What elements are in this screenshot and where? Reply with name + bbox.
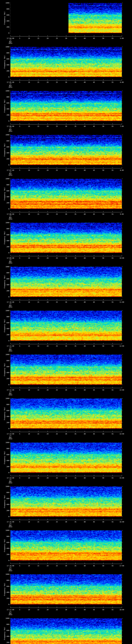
date-line: 2015 (9, 42, 12, 44)
x-minute-label: 20 (47, 521, 48, 523)
x-minute-label: 35 (74, 609, 76, 610)
x-start-time-label: 17:05:00 (7, 82, 14, 83)
x-minute-label: 35 (74, 214, 76, 215)
x-minute-label: 30 (65, 345, 67, 347)
x-minute-label: 25 (56, 170, 58, 171)
x-minute-label: 15 (38, 302, 39, 303)
x-minute-label: 55 (112, 126, 114, 127)
y-tick-label: 400 (4, 504, 9, 505)
spectrogram-canvas (0, 354, 132, 398)
x-minute-label: 25 (56, 521, 58, 523)
x-minute-label: 50 (102, 565, 104, 566)
x-minute-label: 55 (112, 345, 114, 347)
y-tick-label: 200 (4, 70, 9, 72)
y-tick-label: 200 (4, 334, 9, 336)
y-tick-label: 1000 (4, 266, 9, 268)
y-tick-label: 800 (4, 8, 9, 10)
x-minute-label: 45 (93, 257, 95, 259)
y-tick-label: 400 (4, 636, 9, 637)
x-minute-label: 5 (19, 257, 20, 259)
y-tick-label: 1000 (4, 222, 9, 224)
y-tick-label: 200 (4, 510, 9, 511)
x-end-time-label: 10:00 (120, 257, 124, 259)
x-end-time-label: 12:00 (120, 345, 124, 347)
x-minute-label: 20 (47, 565, 48, 566)
x-end-time-label: 13:00 (120, 389, 124, 391)
x-minute-label: 15 (38, 38, 39, 39)
x-minute-label: 35 (74, 170, 76, 171)
y-tick-label: 1000 (4, 530, 9, 531)
x-minute-label: 25 (56, 477, 58, 479)
y-tick-label: 0 (4, 604, 9, 605)
x-minute-label: 50 (102, 126, 104, 127)
x-minute-label: 20 (47, 345, 48, 347)
y-tick-label: 800 (4, 52, 9, 54)
spectrogram-panel-08:00-09:00: Frequency (Hz) 0200400600800100017:08:00… (0, 179, 132, 223)
y-tick-label: 400 (4, 372, 9, 374)
y-tick-label: 200 (4, 378, 9, 380)
x-minute-label: 45 (93, 126, 95, 127)
y-tick-label: 400 (4, 328, 9, 330)
x-minute-label: 30 (65, 521, 67, 523)
y-tick-label: 800 (4, 228, 9, 230)
spectrogram-canvas (0, 311, 132, 354)
y-tick-label: 0 (4, 32, 9, 34)
date-line: 2015 (9, 262, 12, 264)
y-tick-label: 1000 (4, 398, 9, 399)
x-minute-label: 45 (93, 477, 95, 479)
spectrogram-panel-12:00-13:00: Frequency (Hz) 0200400600800100017:12:00… (0, 354, 132, 398)
x-minute-label: 30 (65, 477, 67, 479)
x-minute-label: 30 (65, 170, 67, 171)
x-start-time-label: 17:12:00 (7, 389, 14, 391)
y-tick-label: 600 (4, 542, 9, 543)
x-start-time-label: 17:07:00 (7, 170, 14, 171)
x-end-time-label: 15:00 (120, 477, 124, 479)
x-minute-label: 5 (19, 565, 20, 566)
y-axis-title: Frequency (Hz) (4, 583, 6, 596)
x-minute-label: 55 (112, 214, 114, 215)
x-minute-label: 35 (74, 302, 76, 303)
x-minute-label: 10 (28, 521, 30, 523)
spectrogram-canvas (0, 486, 132, 530)
y-tick-label: 600 (4, 190, 9, 192)
y-tick-label: 200 (4, 466, 9, 468)
y-tick-label: 800 (4, 580, 9, 581)
x-minute-label: 45 (93, 302, 95, 303)
x-end-time-label: 14:00 (120, 433, 124, 435)
y-tick-label: 800 (4, 536, 9, 537)
y-tick-label: 0 (4, 120, 9, 122)
x-minute-label: 35 (74, 82, 76, 83)
date-line: 2015 (9, 306, 12, 308)
y-tick-label: 400 (4, 592, 9, 593)
x-end-time-label: 9:00 (120, 214, 124, 215)
y-tick-label: 600 (4, 410, 9, 412)
x-minute-label: 55 (112, 302, 114, 303)
y-tick-label: 200 (4, 598, 9, 599)
y-tick-label: 200 (4, 422, 9, 423)
y-tick-label: 200 (4, 246, 9, 248)
spectrogram-panel-06:00-07:00: Frequency (Hz) 0200400600800100017:06:00… (0, 91, 132, 135)
spectrogram-panel-15:00-16:00: Frequency (Hz) 0200400600800100017:15:00… (0, 486, 132, 530)
x-start-time-label: 17:10:00 (7, 302, 14, 303)
x-minute-label: 10 (28, 38, 30, 39)
x-start-time-label: 17:17:00 (7, 609, 14, 610)
x-minute-label: 25 (56, 609, 58, 610)
x-minute-label: 30 (65, 433, 67, 435)
x-minute-label: 10 (28, 257, 30, 259)
y-tick-label: 0 (4, 164, 9, 166)
x-minute-label: 25 (56, 126, 58, 127)
x-minute-label: 20 (47, 170, 48, 171)
x-minute-label: 25 (56, 302, 58, 303)
y-axis-title: Frequency (Hz) (4, 100, 6, 112)
x-minute-label: 25 (56, 565, 58, 566)
y-axis-title: Frequency (Hz) (4, 407, 6, 420)
x-minute-label: 15 (38, 521, 39, 523)
date-line: 2015 (9, 174, 12, 176)
x-minute-label: 5 (19, 82, 20, 83)
x-minute-label: 10 (28, 433, 30, 435)
spectrogram-canvas (0, 530, 132, 574)
y-tick-label: 800 (4, 448, 9, 450)
y-tick-label: 200 (4, 642, 9, 643)
y-tick-label: 1000 (4, 2, 9, 4)
y-axis-title: Frequency (Hz) (4, 187, 6, 200)
